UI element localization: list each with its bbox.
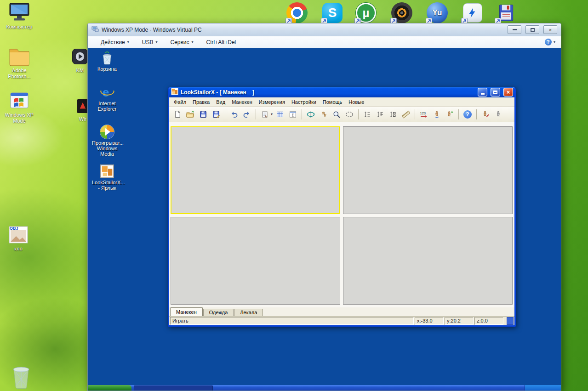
menu-settings[interactable]: Настройки [288, 98, 320, 106]
mannequin-rotate-icon[interactable] [431, 108, 443, 120]
app-maximize-button[interactable] [491, 88, 500, 96]
menu-ctrl-alt-del[interactable]: Ctrl+Alt+Del [206, 39, 236, 45]
menu-edit[interactable]: Правка [189, 98, 213, 106]
toolbar-separator [415, 109, 415, 119]
menu-mannequin[interactable]: Манекен [228, 98, 256, 106]
ellipse-select-icon[interactable] [343, 108, 355, 120]
icon-label: Internet Explorer [92, 101, 122, 112]
viewport-bottom-left[interactable] [171, 217, 340, 305]
icon-label: Корзина [92, 66, 122, 72]
menu-new[interactable]: Новые [345, 98, 367, 106]
vm-icon-lookstailorx[interactable]: LookStailorX... - Ярлык [92, 164, 122, 191]
desktop-icon-xp-mode[interactable]: Windows XP Mode [1, 89, 38, 124]
tab-mannequin[interactable]: Манекен [170, 307, 203, 316]
skype-letter: S [328, 6, 337, 20]
shortcut-disc-burner[interactable] [390, 1, 414, 25]
vpc-close-button[interactable]: × [543, 25, 557, 34]
menu-usb[interactable]: USB▾ [142, 39, 158, 45]
mannequin-measure-icon[interactable] [480, 108, 491, 120]
toolbar-separator [358, 109, 359, 119]
obj-badge: OBJ [10, 226, 18, 231]
app-title: LookStailorX - [ Манекен ] [181, 89, 474, 96]
menu-service[interactable]: Сервис▾ [170, 39, 193, 45]
vpc-minimize-button[interactable] [508, 25, 521, 34]
shortcut-skype[interactable]: S [320, 1, 344, 25]
desktop-icon-recycle-bin[interactable] [5, 363, 38, 391]
viewport-top-right[interactable] [343, 126, 513, 214]
vm-icon-internet-explorer[interactable]: e Internet Explorer [92, 85, 122, 112]
vpc-menubar: Действие▾ USB▾ Сервис▾ Ctrl+Alt+Del ?▾ [88, 36, 561, 48]
toolbar-separator [302, 109, 302, 119]
svg-text:e: e [103, 85, 109, 99]
viewport-grid [169, 122, 514, 307]
new-document-icon[interactable] [171, 108, 183, 120]
desktop-icon-computer[interactable]: Компьютер [3, 1, 36, 30]
picker-icon[interactable] [259, 108, 271, 120]
start-button[interactable] [88, 385, 131, 391]
utorrent-letter: µ [363, 6, 370, 20]
chevron-down-icon: ▾ [192, 40, 194, 44]
front-view-icon[interactable] [287, 108, 299, 120]
app-tabbar: Манекен Одежда Лекала [169, 307, 514, 317]
pan-hand-icon[interactable] [318, 108, 330, 120]
vm-icon-windows-media-player[interactable]: Проигрыват... Windows Media [92, 125, 122, 157]
tab-patterns[interactable]: Лекала [234, 309, 263, 316]
picker-dropdown-icon[interactable]: ▾ [271, 112, 273, 116]
vpc-window: Windows XP Mode - Windows Virtual PC × Д… [87, 23, 561, 391]
tab-clothes[interactable]: Одежда [203, 309, 234, 316]
app-minimize-button[interactable] [478, 88, 487, 96]
viewport-bottom-right[interactable] [343, 217, 513, 305]
zoom-icon[interactable] [331, 108, 343, 120]
vpc-maximize-button[interactable] [525, 25, 539, 34]
height-measure-icon[interactable] [361, 108, 373, 120]
menu-view[interactable]: Вид [213, 98, 228, 106]
desktop-icon-adobe-folder[interactable]: Adobe Photosh... [3, 46, 36, 79]
save-icon[interactable] [197, 108, 209, 120]
obj-image-icon: OBJ [7, 225, 29, 245]
redo-icon[interactable] [241, 108, 253, 120]
desktop-icon-obj[interactable]: OBJ кло [4, 225, 33, 252]
help-icon: ? [545, 39, 552, 45]
close-icon: × [549, 27, 552, 33]
list-measure-icon[interactable] [374, 108, 386, 120]
menu-file[interactable]: Файл [171, 98, 189, 106]
open-folder-icon[interactable] [184, 108, 196, 120]
undo-icon[interactable] [228, 108, 240, 120]
toolbar-separator [225, 109, 225, 119]
shortcut-removable-drive[interactable] [494, 1, 518, 25]
mannequin-pose-icon[interactable] [444, 108, 456, 120]
vpc-window-title: Windows XP Mode - Windows Virtual PC [102, 27, 503, 33]
rotate-3d-icon[interactable] [305, 108, 317, 120]
chevron-down-icon: ▾ [554, 40, 555, 44]
menu-action[interactable]: Действие▾ [101, 39, 129, 45]
shortcut-yuplay[interactable]: Yu [425, 1, 449, 25]
help-icon[interactable]: ? [462, 108, 474, 120]
shortcut-lightning[interactable] [461, 1, 485, 25]
app-close-button[interactable]: × [503, 88, 513, 96]
vpc-titlebar[interactable]: Windows XP Mode - Windows Virtual PC × [88, 23, 561, 36]
status-z-coordinate: z:0.0 [474, 317, 503, 325]
app-titlebar[interactable]: LookStailorX - [ Манекен ] × [169, 87, 514, 97]
grid-measure-icon[interactable] [387, 108, 399, 120]
mannequin-extra-icon[interactable] [492, 108, 504, 120]
measure-123-label: 123 [420, 111, 426, 115]
vm-icon-recycle-bin[interactable]: Корзина [92, 51, 122, 72]
vpc-help-button[interactable]: ?▾ [545, 39, 555, 45]
taskbar-button[interactable] [134, 385, 213, 391]
app-menubar: Файл Правка Вид Манекен Измерения Настро… [169, 97, 514, 107]
save-copy-icon[interactable] [210, 108, 222, 120]
shortcut-chrome[interactable] [285, 1, 309, 25]
menu-measurements[interactable]: Измерения [256, 98, 288, 106]
menu-label: Действие [101, 39, 125, 45]
vm-taskbar [88, 385, 561, 391]
viewport-top-left[interactable] [171, 126, 340, 214]
measure-123-icon[interactable]: 123 [418, 108, 430, 120]
menu-help[interactable]: Помощь [320, 98, 346, 106]
resize-grip[interactable] [507, 317, 514, 325]
shortcut-utorrent[interactable]: µ [354, 1, 378, 25]
ruler-icon[interactable] [400, 108, 412, 120]
table-view-icon[interactable] [274, 108, 286, 120]
internet-explorer-icon: e [100, 85, 114, 100]
recycle-bin-icon [9, 363, 33, 390]
minimize-icon [513, 29, 517, 30]
